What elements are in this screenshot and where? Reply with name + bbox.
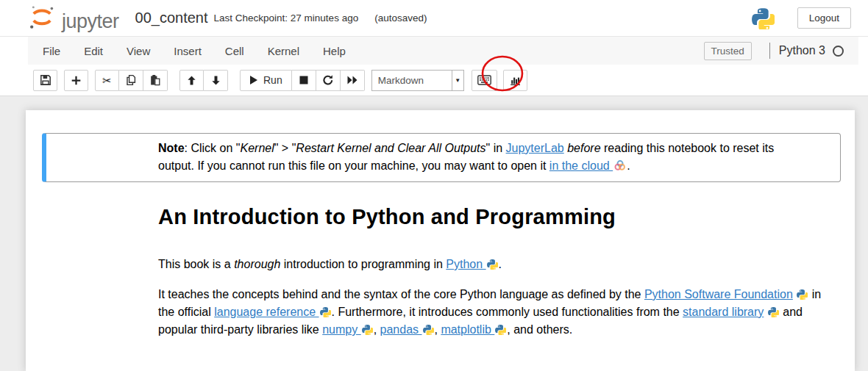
menu-insert[interactable]: Insert: [162, 38, 213, 64]
python-logo-icon: [752, 7, 775, 29]
text-segment: : Click on ": [185, 142, 241, 154]
text-segment: introduction to programming in: [280, 258, 446, 270]
move-cell-down-button[interactable]: [204, 70, 228, 91]
text-segment: thorough: [234, 258, 280, 270]
markdown-link[interactable]: JupyterLab: [506, 142, 564, 154]
checkpoint-status: Last Checkpoint: 27 minutes ago: [214, 12, 359, 24]
run-button[interactable]: Run: [240, 70, 292, 91]
text-segment: It teaches the concepts behind and the s…: [158, 288, 644, 300]
keyboard-shortcuts-button[interactable]: [472, 70, 497, 91]
run-button-label: Run: [263, 74, 282, 86]
autosave-status: (autosaved): [374, 12, 427, 24]
text-segment: Note: [158, 142, 185, 154]
move-up-icon: [186, 75, 197, 86]
copy-cell-button[interactable]: [119, 70, 143, 91]
save-button[interactable]: [33, 70, 57, 91]
cell-type-value: Markdown: [372, 75, 452, 86]
menubar: File Edit View Insert Cell Kernel Help T…: [28, 37, 858, 65]
jupyter-logo-icon: [28, 4, 56, 33]
text-segment: .: [627, 159, 630, 172]
markdown-link[interactable]: Python: [446, 258, 485, 270]
header-right: Logout: [752, 7, 851, 29]
text-segment: " in: [486, 142, 506, 154]
markdown-link[interactable]: pandas: [380, 323, 422, 336]
kernel-name: Python 3: [779, 44, 825, 57]
markdown-link[interactable]: in the cloud: [549, 159, 613, 172]
move-cell-up-button[interactable]: [179, 70, 204, 91]
menu-kernel[interactable]: Kernel: [256, 38, 311, 64]
stop-icon: [299, 75, 309, 85]
keyboard-icon: [477, 75, 491, 85]
divider: [769, 43, 770, 59]
python-logo-icon: [768, 306, 779, 317]
note-text: Note: Click on "Kernel" > "Restart Kerne…: [158, 142, 774, 172]
menu-help[interactable]: Help: [311, 38, 357, 64]
markdown-link[interactable]: numpy: [322, 323, 360, 336]
python-logo-icon: [320, 306, 331, 317]
python-logo-icon: [797, 289, 808, 300]
python-logo-icon: [495, 324, 506, 335]
text-segment: ,: [374, 323, 380, 336]
kernel-idle-circle-icon: [833, 46, 844, 57]
markdown-link[interactable]: Python Software Foundation: [644, 288, 793, 300]
cut-cell-button[interactable]: ✂: [95, 70, 119, 91]
copy-icon: [125, 74, 137, 86]
menu-edit[interactable]: Edit: [72, 38, 115, 64]
notebook-paper: Note: Click on "Kernel" > "Restart Kerne…: [26, 110, 855, 371]
text-segment: .: [499, 258, 502, 270]
markdown-link[interactable]: matplotlib: [441, 323, 494, 336]
python-logo-icon: [487, 259, 498, 270]
logout-button[interactable]: Logout: [797, 7, 851, 29]
paragraph-2: It teaches the concepts behind and the s…: [158, 286, 825, 339]
add-cell-icon: [71, 75, 82, 86]
chart-toolbar-button[interactable]: [503, 70, 527, 91]
text-segment: [764, 306, 766, 318]
chart-icon: [509, 74, 522, 86]
toolbar: ✂: [0, 65, 868, 96]
menu-cell[interactable]: Cell: [213, 38, 256, 64]
paragraph-1: This book is a thorough introduction to …: [158, 256, 825, 273]
notebook-title[interactable]: 00_content: [135, 10, 208, 26]
fast-forward-icon: [346, 75, 358, 85]
jupyter-logo-text: jupyter: [62, 12, 119, 33]
markdown-link[interactable]: language reference: [214, 306, 319, 318]
cell-type-dropdown[interactable]: Markdown ▼: [371, 70, 464, 91]
text-segment: before: [567, 142, 600, 154]
add-cell-button[interactable]: [64, 70, 88, 91]
text-segment: . Furthermore, it introduces commonly us…: [332, 306, 683, 318]
restart-run-all-button[interactable]: [341, 70, 365, 91]
note-admonition-cell[interactable]: Note: Click on "Kernel" > "Restart Kerne…: [42, 133, 841, 182]
paste-icon: [149, 74, 161, 86]
markdown-link[interactable]: standard library: [683, 306, 764, 318]
restart-kernel-icon: [322, 74, 334, 86]
text-segment: Kernel: [240, 142, 274, 154]
text-segment: , and others.: [507, 323, 572, 336]
text-segment: [793, 288, 796, 300]
interrupt-kernel-button[interactable]: [292, 70, 316, 91]
notebook-heading: An Introduction to Python and Programmin…: [158, 205, 825, 229]
trusted-badge: Trusted: [704, 42, 752, 60]
menu-file[interactable]: File: [31, 38, 72, 64]
text-segment: Restart Kernel and Clear All Outputs: [296, 142, 485, 154]
cut-icon: ✂: [102, 75, 112, 86]
python-logo-icon: [362, 324, 373, 335]
binder-icon[interactable]: [613, 159, 626, 171]
header: jupyter 00_content Last Checkpoint: 27 m…: [0, 0, 868, 37]
menubar-right: Trusted Python 3: [704, 42, 844, 60]
dropdown-arrow-icon: ▼: [452, 71, 463, 90]
save-icon: [40, 74, 51, 86]
text-segment: " > ": [274, 142, 296, 154]
jupyter-notebook-window: jupyter 00_content Last Checkpoint: 27 m…: [0, 0, 868, 371]
notebook-scroll-area[interactable]: Note: Click on "Kernel" > "Restart Kerne…: [0, 96, 868, 371]
paste-cell-button[interactable]: [143, 70, 168, 91]
text-segment: This book is a: [158, 258, 234, 270]
menu-view[interactable]: View: [115, 38, 162, 64]
move-down-icon: [210, 75, 221, 86]
jupyter-logo[interactable]: jupyter: [28, 4, 119, 33]
python-logo-icon: [423, 324, 434, 335]
restart-kernel-button[interactable]: [316, 70, 341, 91]
run-icon: [249, 75, 258, 85]
markdown-cell[interactable]: An Introduction to Python and Programmin…: [158, 205, 825, 339]
